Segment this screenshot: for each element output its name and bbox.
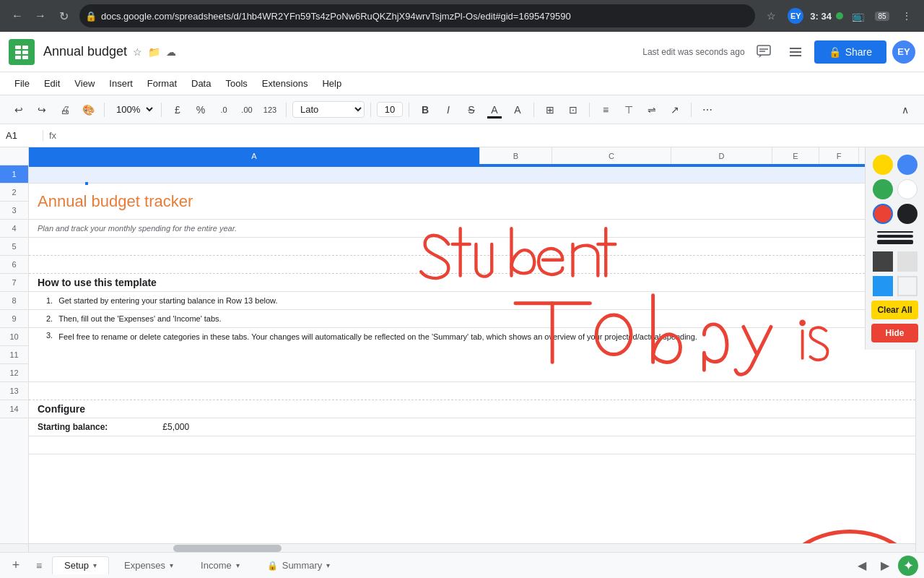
col-header-c[interactable]: C xyxy=(552,147,671,164)
row-num-13[interactable]: 13 xyxy=(0,382,28,400)
table-row[interactable] xyxy=(29,382,915,400)
menu-tools[interactable]: Tools xyxy=(219,75,253,92)
brush-size-thick[interactable] xyxy=(877,240,913,244)
table-row[interactable]: Configure xyxy=(29,400,915,418)
back-button[interactable]: ← xyxy=(7,6,27,26)
hide-button[interactable]: Hide xyxy=(871,324,918,342)
tab-summary-dropdown[interactable]: ▾ xyxy=(326,561,330,569)
share-button[interactable]: 🔒 Share xyxy=(814,40,886,64)
menu-file[interactable]: File xyxy=(9,75,35,92)
more-button[interactable]: ⋯ xyxy=(697,100,718,120)
h-scrollbar[interactable] xyxy=(0,543,915,552)
col-header-e[interactable]: E xyxy=(772,147,819,164)
cell-ref-box[interactable]: A1 xyxy=(0,130,43,141)
merge-button[interactable]: ⊡ xyxy=(563,100,583,120)
col-header-f[interactable]: F xyxy=(819,147,859,164)
table-row[interactable]: Annual budget tracker xyxy=(29,184,915,220)
menu-format[interactable]: Format xyxy=(141,75,183,92)
align-button[interactable]: ≡ xyxy=(596,100,616,120)
color-blue-shade[interactable] xyxy=(873,276,893,296)
table-row[interactable]: Starting balance: £5,000 xyxy=(29,418,915,436)
tab-summary[interactable]: 🔒 Summary ▾ xyxy=(255,556,343,574)
row-num-3[interactable]: 3 xyxy=(0,202,28,220)
h-scrollbar-track[interactable] xyxy=(29,544,907,552)
color-yellow[interactable] xyxy=(873,155,893,175)
menu-button[interactable]: ⋮ xyxy=(897,6,917,26)
decimal00-button[interactable]: .00 xyxy=(237,100,257,120)
tab-setup[interactable]: Setup ▾ xyxy=(52,556,109,574)
forward-button[interactable]: → xyxy=(30,6,51,26)
star-icon[interactable]: ☆ xyxy=(133,46,142,58)
paint-format-button[interactable]: 🎨 xyxy=(78,100,98,120)
brush-size-thin[interactable] xyxy=(877,231,913,233)
color-black[interactable] xyxy=(897,204,918,224)
tab-expenses-dropdown[interactable]: ▾ xyxy=(170,561,173,569)
cast-button[interactable]: 📺 xyxy=(847,6,868,26)
menu-view[interactable]: View xyxy=(69,75,100,92)
row-num-6[interactable]: 6 xyxy=(0,256,28,274)
text-color-button[interactable]: A xyxy=(484,100,505,120)
font-size-input[interactable] xyxy=(377,102,403,117)
row-num-5[interactable]: 5 xyxy=(0,238,28,256)
table-row[interactable]: 1. Get started by entering your starting… xyxy=(29,292,915,310)
undo-button[interactable]: ↩ xyxy=(9,100,29,120)
comment-button[interactable] xyxy=(751,39,777,65)
color-white[interactable] xyxy=(897,179,918,199)
formula-input[interactable] xyxy=(62,130,924,141)
rotate-button[interactable]: ↗ xyxy=(665,100,685,120)
explore-button[interactable]: ✦ xyxy=(898,556,918,576)
table-row[interactable]: How to use this template xyxy=(29,274,915,292)
col-header-a[interactable]: A xyxy=(29,147,480,164)
currency-button[interactable]: £ xyxy=(167,100,188,120)
tab-income[interactable]: Income ▾ xyxy=(188,556,252,574)
clear-all-button[interactable]: Clear All xyxy=(871,301,918,319)
decimal0-button[interactable]: .0 xyxy=(214,100,234,120)
cloud-icon[interactable]: ☁ xyxy=(166,46,176,58)
row-num-2[interactable]: 2 xyxy=(0,184,28,202)
row-num-9[interactable]: 9 xyxy=(0,310,28,328)
h-scrollbar-thumb[interactable] xyxy=(173,545,282,552)
tab-setup-dropdown[interactable]: ▾ xyxy=(93,561,97,569)
menu-data[interactable]: Data xyxy=(186,75,217,92)
bookmark-button[interactable]: ☆ xyxy=(761,6,781,26)
row-num-11[interactable]: 11 xyxy=(0,346,28,364)
row-num-10[interactable]: 10 xyxy=(0,328,28,346)
user-avatar[interactable]: EY xyxy=(892,40,915,64)
print-button[interactable]: 🖨 xyxy=(55,100,75,120)
strikethrough-button[interactable]: S xyxy=(461,100,481,120)
address-bar[interactable]: 🔒 docs.google.com/spreadsheets/d/1hb4WR2… xyxy=(79,4,755,27)
table-row[interactable]: 2. Then, fill out the 'Expenses' and 'In… xyxy=(29,310,915,328)
color-green[interactable] xyxy=(873,179,893,199)
row-num-12[interactable]: 12 xyxy=(0,364,28,382)
percent-button[interactable]: % xyxy=(191,100,211,120)
italic-button[interactable]: I xyxy=(438,100,458,120)
row-num-7[interactable]: 7 xyxy=(0,274,28,292)
col-header-d[interactable]: D xyxy=(671,147,772,164)
row-num-4[interactable]: 4 xyxy=(0,220,28,238)
reload-button[interactable]: ↻ xyxy=(53,6,74,26)
sheet-content[interactable]: Annual budget tracker Plan and track you… xyxy=(29,165,915,543)
tab-expenses[interactable]: Expenses ▾ xyxy=(112,556,186,574)
redo-button[interactable]: ↪ xyxy=(32,100,52,120)
brush-size-medium[interactable] xyxy=(877,235,913,238)
menu-extensions[interactable]: Extensions xyxy=(256,75,314,92)
row-num-14[interactable]: 14 xyxy=(0,400,28,418)
move-button[interactable] xyxy=(783,39,808,65)
nav-left-button[interactable]: ◀ xyxy=(852,556,872,576)
table-row[interactable] xyxy=(29,165,915,184)
valign-button[interactable]: ⊤ xyxy=(619,100,639,120)
color-light-gray[interactable] xyxy=(897,251,918,272)
font-select[interactable]: LatoArialTimes New Roman xyxy=(292,101,365,118)
row-num-1[interactable]: 1 xyxy=(0,165,28,184)
nav-right-button[interactable]: ▶ xyxy=(875,556,895,576)
format-button[interactable]: 123 xyxy=(260,100,280,120)
color-outlined[interactable] xyxy=(897,276,918,296)
extensions-button[interactable]: 85 xyxy=(872,6,892,26)
sheets-menu-button[interactable]: ≡ xyxy=(29,556,49,576)
bold-button[interactable]: B xyxy=(415,100,435,120)
table-row[interactable] xyxy=(29,256,915,274)
color-red[interactable] xyxy=(873,204,893,224)
zoom-select[interactable]: 100%75%50%125% xyxy=(110,102,155,117)
wrap-button[interactable]: ⇌ xyxy=(642,100,662,120)
table-row[interactable] xyxy=(29,238,915,256)
